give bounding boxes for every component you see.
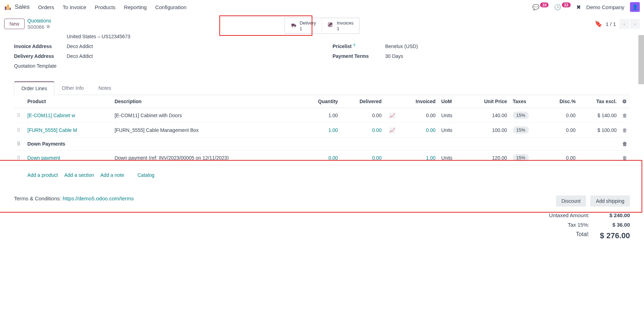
- delete-line-icon[interactable]: 🗑: [622, 127, 627, 133]
- catalog-link[interactable]: Catalog: [138, 172, 154, 178]
- invoices-count: 1: [337, 26, 354, 32]
- messages-icon[interactable]: 💬10: [532, 4, 549, 11]
- payment-terms-label: Payment Terms: [333, 53, 385, 59]
- line-description[interactable]: Down payment (ref: INV/2023/00005 on 12/…: [112, 151, 300, 165]
- nav-right: 💬10 🕒22 ✖ Demo Company 👤: [532, 2, 640, 12]
- section-title[interactable]: Down Payments: [25, 138, 619, 151]
- app-title[interactable]: Sales: [15, 4, 30, 11]
- new-button[interactable]: New: [4, 19, 25, 29]
- nav-products[interactable]: Products: [95, 4, 115, 10]
- line-unit-price[interactable]: 140.00: [465, 108, 510, 123]
- col-tax-excl[interactable]: Tax excl.: [578, 95, 619, 108]
- delete-line-icon[interactable]: 🗑: [622, 155, 627, 161]
- invoices-stat-button[interactable]: Invoices 1: [322, 18, 359, 33]
- line-delivered[interactable]: 0.00: [341, 123, 385, 138]
- line-uom[interactable]: Units: [438, 151, 465, 165]
- line-invoiced[interactable]: 1.00: [398, 151, 438, 165]
- nav-to-invoice[interactable]: To Invoice: [62, 4, 86, 10]
- breadcrumb-current: S00066 ⚙: [27, 24, 51, 30]
- tab-other-info[interactable]: Other Info: [54, 81, 91, 95]
- payment-terms-value[interactable]: 30 Days: [385, 53, 403, 59]
- forecast-icon[interactable]: 📈: [389, 127, 395, 133]
- tab-notes[interactable]: Notes: [91, 81, 119, 95]
- stat-buttons: Delivery 1 Invoices 1: [284, 18, 360, 34]
- total-label: Total:: [549, 231, 589, 240]
- col-unit-price[interactable]: Unit Price: [465, 95, 510, 108]
- order-line-row[interactable]: ⠿ [E-COM11] Cabinet w [E-COM11] Cabinet …: [14, 108, 630, 123]
- line-qty[interactable]: 0.00: [300, 151, 341, 165]
- line-unit-price[interactable]: 100.00: [465, 123, 510, 138]
- drag-handle-icon[interactable]: ⠿: [17, 155, 20, 161]
- nav-menu: Orders To Invoice Products Reporting Con…: [38, 4, 533, 10]
- delivery-address-value[interactable]: Deco Addict: [67, 53, 93, 59]
- line-invoiced[interactable]: 0.00: [398, 108, 438, 123]
- section-row[interactable]: ⠿ Down Payments 🗑: [14, 138, 630, 151]
- drag-handle-icon[interactable]: ⠿: [17, 127, 20, 133]
- col-uom[interactable]: UoM: [438, 95, 465, 108]
- line-description[interactable]: [E-COM11] Cabinet with Doors: [112, 108, 300, 123]
- product-link[interactable]: Down payment: [27, 155, 60, 161]
- tools-icon[interactable]: ✖: [576, 4, 581, 11]
- line-uom[interactable]: Units: [438, 123, 465, 138]
- product-link[interactable]: [FURN_5555] Cable M: [27, 127, 77, 133]
- top-navbar: Sales Orders To Invoice Products Reporti…: [0, 0, 644, 14]
- delete-line-icon[interactable]: 🗑: [622, 113, 627, 118]
- line-delivered[interactable]: 0.00: [341, 108, 385, 123]
- col-delivered[interactable]: Delivered: [341, 95, 385, 108]
- untaxed-label: Untaxed Amount:: [549, 212, 589, 218]
- drag-handle-icon[interactable]: ⠿: [17, 141, 20, 147]
- forecast-icon[interactable]: 📈: [389, 113, 395, 118]
- scrollbar[interactable]: [638, 35, 644, 84]
- delivery-stat-button[interactable]: Delivery 1: [285, 18, 322, 33]
- down-payment-row[interactable]: ⠿ Down payment Down payment (ref: INV/20…: [14, 151, 630, 165]
- col-taxes[interactable]: Taxes: [510, 95, 544, 108]
- tax-chip[interactable]: 15%: [513, 126, 529, 134]
- nav-orders[interactable]: Orders: [38, 4, 54, 10]
- tax-chip[interactable]: 15%: [513, 112, 529, 119]
- tab-order-lines[interactable]: Order Lines: [14, 81, 54, 95]
- gear-icon[interactable]: ⚙: [46, 24, 50, 30]
- discount-button[interactable]: Discount: [556, 195, 586, 207]
- col-disc[interactable]: Disc.%: [544, 95, 579, 108]
- product-link[interactable]: [E-COM11] Cabinet w: [27, 113, 75, 118]
- line-qty[interactable]: 1.00: [300, 123, 341, 138]
- activities-icon[interactable]: 🕒22: [554, 4, 570, 11]
- nav-configuration[interactable]: Configuration: [155, 4, 186, 10]
- add-product-link[interactable]: Add a product: [27, 172, 58, 178]
- line-disc[interactable]: 0.00: [544, 123, 579, 138]
- line-qty[interactable]: 1.00: [300, 108, 341, 123]
- tax-chip[interactable]: 15%: [513, 154, 529, 161]
- line-description[interactable]: [FURN_5555] Cable Management Box: [112, 123, 300, 138]
- add-section-link[interactable]: Add a section: [64, 172, 94, 178]
- pager-prev-button[interactable]: ‹: [619, 19, 629, 29]
- col-invoiced[interactable]: Invoiced: [398, 95, 438, 108]
- pricelist-value[interactable]: Benelux (USD): [385, 44, 418, 49]
- company-name[interactable]: Demo Company: [586, 4, 624, 10]
- delete-section-icon[interactable]: 🗑: [622, 141, 627, 147]
- breadcrumb-parent[interactable]: Quotations: [27, 18, 51, 24]
- line-invoiced[interactable]: 0.00: [398, 123, 438, 138]
- order-line-row[interactable]: ⠿ [FURN_5555] Cable M [FURN_5555] Cable …: [14, 123, 630, 138]
- terms-link[interactable]: https://demo5.odoo.com/terms: [62, 195, 134, 201]
- invoice-address-value[interactable]: Deco Addict: [67, 44, 93, 49]
- col-product[interactable]: Product: [25, 95, 112, 108]
- column-settings-icon[interactable]: ⚙: [619, 95, 630, 108]
- truck-icon: [291, 22, 297, 30]
- nav-reporting[interactable]: Reporting: [124, 4, 147, 10]
- user-avatar[interactable]: 👤: [630, 2, 640, 12]
- line-delivered[interactable]: 0.00: [341, 151, 385, 165]
- add-note-link[interactable]: Add a note: [100, 172, 124, 178]
- pager-text: 1 / 1: [606, 21, 616, 27]
- line-disc[interactable]: 0.00: [544, 108, 579, 123]
- pager-next-button[interactable]: ›: [630, 19, 640, 29]
- line-disc[interactable]: 0.00: [544, 151, 579, 165]
- line-uom[interactable]: Units: [438, 108, 465, 123]
- line-unit-price[interactable]: 120.00: [465, 151, 510, 165]
- terms-label: Terms & Conditions:: [14, 195, 62, 201]
- help-icon[interactable]: ?: [353, 43, 356, 47]
- add-shipping-button[interactable]: Add shipping: [590, 195, 630, 207]
- bookmark-icon[interactable]: 🔖: [595, 20, 602, 28]
- col-description[interactable]: Description: [112, 95, 300, 108]
- col-quantity[interactable]: Quantity: [300, 95, 341, 108]
- drag-handle-icon[interactable]: ⠿: [17, 113, 20, 118]
